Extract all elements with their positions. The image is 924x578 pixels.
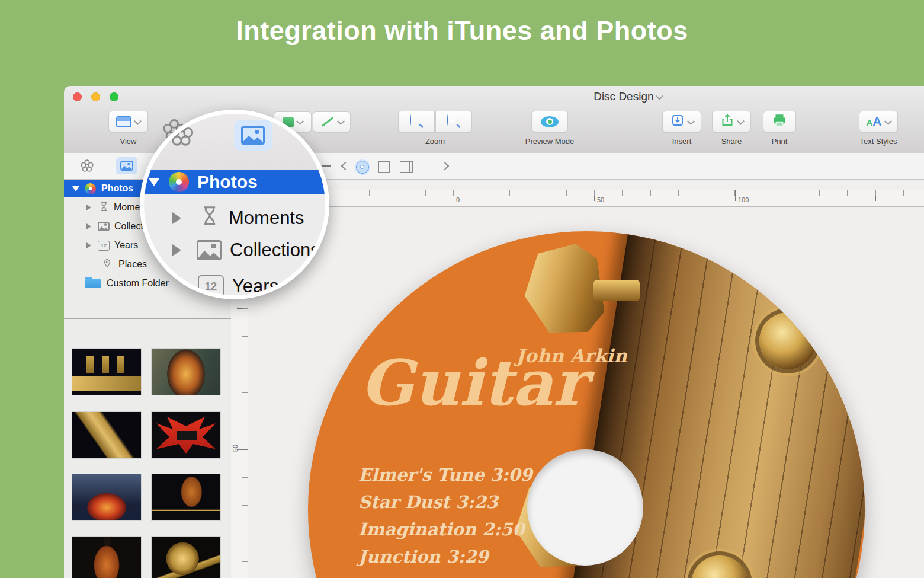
track-line: Junction 3:29 bbox=[358, 543, 532, 570]
zoom-in-icon bbox=[447, 115, 460, 128]
prev-design-chevron-icon[interactable] bbox=[341, 162, 349, 170]
sidebar-item-label: Places bbox=[118, 259, 147, 270]
view-label: View bbox=[108, 137, 148, 146]
zoom-in-button[interactable] bbox=[435, 111, 472, 132]
print-label: Print bbox=[759, 137, 800, 146]
calendar-icon: 12 bbox=[98, 241, 110, 251]
square-shape-button[interactable] bbox=[378, 161, 390, 173]
collection-photo-icon bbox=[197, 240, 222, 260]
sidebar-tab-itunes-flower-icon[interactable] bbox=[79, 158, 95, 176]
photo-icon bbox=[241, 126, 265, 145]
line-tool-button[interactable] bbox=[313, 111, 351, 132]
text-styles-button[interactable]: AA bbox=[859, 111, 898, 132]
magnified-item-label: Moments bbox=[229, 207, 304, 229]
chevron-down-icon bbox=[737, 117, 745, 125]
thumbnail-concert-amphitheater[interactable] bbox=[72, 474, 141, 520]
chevron-down-icon bbox=[687, 117, 695, 125]
folder-icon bbox=[85, 279, 101, 288]
booklet-shape-button[interactable] bbox=[400, 161, 413, 173]
sidebar-item-label: Photos bbox=[101, 183, 133, 194]
share-icon bbox=[720, 113, 734, 130]
printer-icon bbox=[772, 113, 787, 130]
window-title: Disc Design bbox=[64, 90, 924, 103]
disclosure-closed-icon[interactable] bbox=[86, 205, 91, 210]
chevron-down-icon bbox=[337, 117, 345, 125]
calendar-icon-number: 12 bbox=[101, 242, 107, 248]
line-tool-icon bbox=[321, 117, 333, 127]
window-title-text: Disc Design bbox=[593, 90, 653, 103]
thumbnail-trombone[interactable] bbox=[152, 537, 220, 578]
chevron-down-icon bbox=[134, 117, 142, 125]
magnified-photos-row: Photos bbox=[140, 170, 329, 194]
zoom-out-button[interactable] bbox=[398, 111, 435, 132]
sidebar-divider bbox=[64, 318, 231, 319]
disclosure-closed-icon[interactable] bbox=[86, 223, 91, 229]
magnified-item-label: Collections bbox=[230, 239, 320, 261]
sidebar-tab-photos[interactable] bbox=[116, 157, 137, 174]
disc-center-hole bbox=[527, 449, 643, 566]
collapse-minus-icon[interactable] bbox=[322, 165, 331, 167]
photos-app-icon bbox=[85, 183, 96, 194]
calendar-icon-number: 12 bbox=[205, 280, 217, 293]
collection-photo-icon bbox=[98, 222, 110, 231]
h-ruler-label-0: 0 bbox=[456, 196, 460, 203]
disclosure-open-icon[interactable] bbox=[72, 186, 79, 191]
chevron-down-icon bbox=[296, 117, 304, 125]
magnified-item-collections: Collections bbox=[172, 239, 320, 261]
magnified-item-moments: Moments bbox=[172, 204, 304, 232]
disc-shape-button[interactable] bbox=[355, 159, 370, 175]
zoom-label: Zoom bbox=[398, 137, 472, 146]
disclosure-closed-icon bbox=[172, 212, 181, 224]
preview-mode-label: Preview Mode bbox=[508, 137, 591, 146]
thumbnail-saxophone[interactable] bbox=[72, 412, 141, 458]
hourglass-icon bbox=[98, 201, 110, 215]
tuning-peg-stem bbox=[593, 280, 640, 301]
thumbnail-red-electric-guitar[interactable] bbox=[152, 412, 220, 458]
magnifier-callout: Photos Moments Collections 12 Years bbox=[140, 110, 329, 299]
disc-title-text[interactable]: Guitar bbox=[360, 347, 586, 419]
map-pin-icon bbox=[102, 258, 113, 271]
sidebar-item-label: Years bbox=[114, 240, 138, 251]
share-label: Share bbox=[707, 137, 756, 146]
zoom-out-icon bbox=[410, 115, 423, 128]
eye-icon bbox=[541, 116, 559, 127]
insert-icon bbox=[670, 113, 685, 130]
thumbnail-violin-closeup[interactable] bbox=[72, 537, 141, 578]
hourglass-icon bbox=[198, 204, 222, 232]
share-button[interactable] bbox=[712, 111, 751, 132]
track-line: Imagination 2:50 bbox=[358, 516, 532, 543]
insert-button[interactable] bbox=[662, 111, 701, 132]
text-styles-icon: AA bbox=[866, 114, 881, 129]
v-ruler-label-50: 50 bbox=[232, 445, 239, 452]
disc-shape-icon bbox=[356, 161, 369, 174]
track-line: Elmer's Tune 3:09 bbox=[358, 461, 532, 488]
preview-mode-button[interactable] bbox=[531, 111, 568, 132]
next-design-chevron-icon[interactable] bbox=[441, 162, 449, 170]
photo-icon bbox=[120, 161, 133, 171]
photos-tab-magnified bbox=[234, 120, 272, 151]
magnified-photos-label: Photos bbox=[197, 172, 258, 192]
banner-title: Integration with iTunes and Photos bbox=[0, 15, 924, 46]
disclosure-open-icon bbox=[149, 178, 159, 186]
view-button[interactable] bbox=[108, 111, 148, 132]
print-button[interactable] bbox=[763, 111, 796, 132]
disc-track-list[interactable]: Elmer's Tune 3:09 Star Dust 3:23 Imagina… bbox=[358, 461, 532, 570]
photos-app-icon bbox=[169, 172, 189, 192]
horizontal-ruler bbox=[231, 190, 924, 207]
disclosure-closed-icon bbox=[172, 244, 181, 256]
h-ruler-label-50: 50 bbox=[597, 196, 604, 203]
chevron-down-icon bbox=[884, 117, 892, 125]
thumbnail-acoustic-guitar[interactable] bbox=[152, 349, 220, 395]
track-line: Star Dust 3:23 bbox=[358, 488, 532, 516]
insert-label: Insert bbox=[656, 137, 707, 146]
text-styles-label: Text Styles bbox=[840, 137, 917, 146]
disclosure-closed-icon[interactable] bbox=[86, 242, 91, 248]
view-icon bbox=[116, 116, 131, 127]
booklet-inner-lines bbox=[402, 162, 410, 172]
rect-shape-button[interactable] bbox=[421, 164, 437, 170]
h-ruler-label-100: 100 bbox=[738, 196, 749, 203]
sidebar-item-label: Custom Folder bbox=[107, 278, 169, 289]
thumbnail-violin-and-bow[interactable] bbox=[152, 474, 220, 520]
title-chevron-down-icon[interactable] bbox=[656, 92, 663, 100]
thumbnail-trumpet-valves[interactable] bbox=[72, 349, 141, 395]
